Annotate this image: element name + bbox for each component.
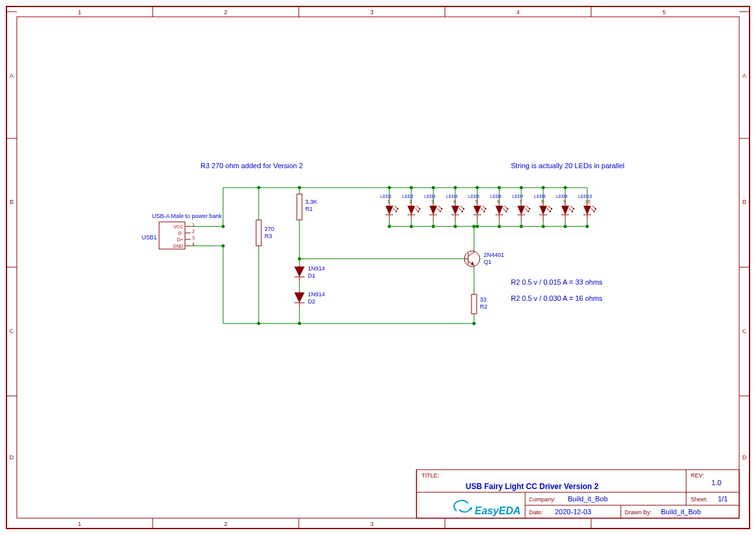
r1-ref: R1 xyxy=(305,206,313,212)
tb-sheet: 1/1 xyxy=(718,495,728,503)
schematic-canvas: 1 2 3 4 5 1 2 3 A B C D A B C D xyxy=(0,0,756,535)
svg-rect-83 xyxy=(256,220,261,246)
col-3-bot: 3 xyxy=(370,521,373,527)
r2-val: 33 xyxy=(480,296,486,303)
component-led6: LED66 xyxy=(490,194,508,221)
svg-point-50 xyxy=(222,245,225,248)
led-num: 8 xyxy=(541,199,544,204)
col-1-bot: 1 xyxy=(78,521,81,527)
easyeda-logo xyxy=(454,500,472,512)
svg-point-68 xyxy=(498,186,501,190)
note-r3-added: R3 270 ohm added for Version 2 xyxy=(200,162,303,169)
svg-marker-139 xyxy=(495,206,503,215)
tb-drawn: Build_it_Bob xyxy=(661,508,701,516)
svg-point-54 xyxy=(298,257,301,261)
led-ref: LED1 xyxy=(380,194,392,199)
svg-point-66 xyxy=(476,186,479,190)
component-led3: LED33 xyxy=(424,194,442,221)
svg-point-69 xyxy=(498,225,501,228)
svg-point-51 xyxy=(257,186,261,190)
q1-val: 2N4401 xyxy=(484,252,504,258)
title-block: TITLE: USB Fairy Light CC Driver Version… xyxy=(416,470,739,518)
col-4-top: 4 xyxy=(516,9,519,16)
svg-marker-115 xyxy=(429,206,437,215)
svg-marker-99 xyxy=(385,206,393,215)
usb-pin1-label: VCC xyxy=(173,224,183,229)
row-C-right: C xyxy=(742,328,747,334)
tb-title-label: TITLE: xyxy=(422,472,439,479)
easyeda-logo-text: EasyEDA xyxy=(475,505,521,516)
note-string-parallel: String is actually 20 LEDs in parallel xyxy=(511,162,624,169)
led-num: 10 xyxy=(585,199,590,204)
svg-point-75 xyxy=(564,225,567,228)
led-ref: LED10 xyxy=(578,194,592,199)
tb-company: Build_it_Bob xyxy=(568,495,608,503)
svg-marker-85 xyxy=(294,267,305,277)
note-usb-label: USB-A Male to power bank xyxy=(152,213,222,219)
component-led9: LED99 xyxy=(556,194,574,221)
tb-drawn-label: Drawn By: xyxy=(625,509,652,516)
col-1-top: 1 xyxy=(78,9,81,16)
led-ref: LED8 xyxy=(534,194,546,199)
svg-point-74 xyxy=(564,186,567,190)
row-B-left: B xyxy=(10,199,14,205)
row-A-left: A xyxy=(10,72,14,79)
usb-pin2-num: 2 xyxy=(192,229,195,234)
tb-title: USB Fairy Light CC Driver Version 2 xyxy=(466,482,599,491)
component-led8: LED88 xyxy=(534,194,552,221)
row-D-right: D xyxy=(742,454,747,461)
component-led4: LED44 xyxy=(446,194,464,221)
led-num: 5 xyxy=(475,199,478,204)
svg-point-67 xyxy=(476,225,479,228)
usb-pin4-label: GND xyxy=(173,244,183,248)
svg-point-53 xyxy=(298,186,301,190)
usb-ref: USB1 xyxy=(142,234,157,241)
led-ref: LED2 xyxy=(402,194,414,199)
component-led2: LED22 xyxy=(402,194,420,221)
r2-ref: R2 xyxy=(480,303,488,310)
component-r3: 270 R3 xyxy=(256,220,274,246)
tb-rev: 1.0 xyxy=(711,479,721,486)
svg-point-56 xyxy=(473,322,476,325)
led-ref: LED9 xyxy=(556,194,568,199)
svg-point-52 xyxy=(257,322,261,325)
svg-point-60 xyxy=(410,186,413,190)
row-D-left: D xyxy=(10,454,14,461)
svg-marker-147 xyxy=(517,206,525,215)
led-array: LED11LED22LED33LED44LED55LED66LED77LED88… xyxy=(380,194,596,221)
svg-point-70 xyxy=(520,186,523,190)
svg-rect-1 xyxy=(17,17,739,518)
component-r1: 3.3K R1 xyxy=(297,194,318,220)
led-ref: LED6 xyxy=(490,194,502,199)
led-num: 2 xyxy=(409,199,412,204)
tb-company-label: Company: xyxy=(529,496,556,503)
led-num: 6 xyxy=(497,199,500,204)
component-d2: 1N914 D2 xyxy=(294,291,325,307)
d1-val: 1N914 xyxy=(308,265,325,272)
svg-marker-123 xyxy=(451,206,459,215)
row-A-right: A xyxy=(742,72,746,79)
tb-date: 2020-12-03 xyxy=(555,508,591,516)
tb-sheet-label: Sheet: xyxy=(691,496,707,503)
led-ref: LED5 xyxy=(468,194,480,199)
svg-point-76 xyxy=(586,225,589,228)
note-r2-calc2: R2 0.5 v / 0.030 A = 16 ohms xyxy=(511,294,603,302)
tb-date-label: Date: xyxy=(529,509,543,516)
svg-point-63 xyxy=(432,225,435,228)
r3-val: 270 xyxy=(265,226,274,232)
r3-ref: R3 xyxy=(265,233,272,239)
row-C-left: C xyxy=(10,328,14,334)
tb-rev-label: REV: xyxy=(691,472,704,479)
col-2-bot: 2 xyxy=(224,521,227,527)
d2-ref: D2 xyxy=(308,298,316,305)
svg-marker-131 xyxy=(473,206,481,215)
svg-point-73 xyxy=(542,225,545,228)
led-ref: LED4 xyxy=(446,194,458,199)
component-d1: 1N914 D1 xyxy=(294,265,325,281)
svg-point-59 xyxy=(388,225,391,228)
svg-marker-163 xyxy=(561,206,569,215)
component-led1: LED11 xyxy=(380,194,398,221)
svg-marker-107 xyxy=(407,206,415,215)
svg-line-96 xyxy=(468,252,474,256)
svg-point-62 xyxy=(432,186,435,190)
